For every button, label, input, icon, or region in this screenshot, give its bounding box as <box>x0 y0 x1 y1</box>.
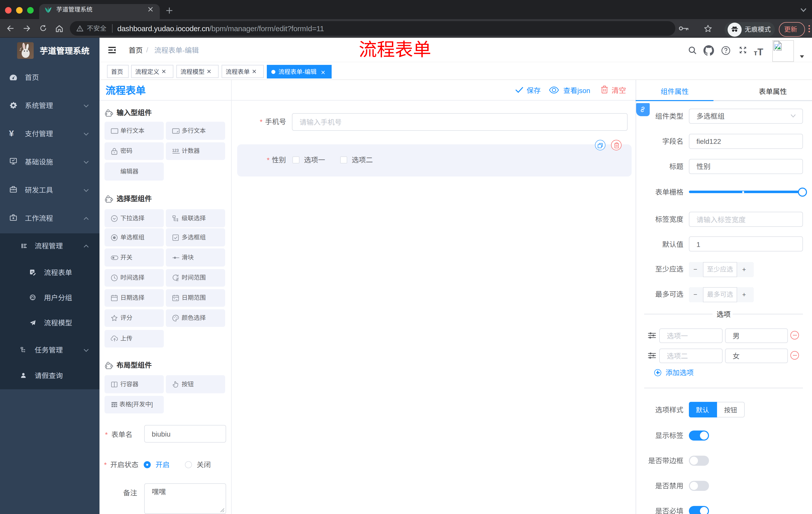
svg-text:123: 123 <box>172 148 178 153</box>
